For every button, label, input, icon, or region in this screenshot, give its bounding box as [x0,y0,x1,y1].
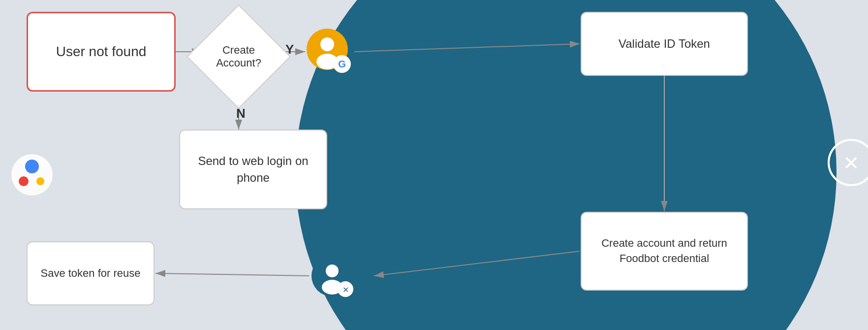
no-label: N [236,106,246,121]
svg-point-18 [326,264,339,277]
diagram-container: User not found CreateAccount? Y N G Send… [0,0,868,330]
create-account-diamond [186,4,291,109]
create-account-diamond-container: CreateAccount? [192,10,285,103]
svg-text:✕: ✕ [342,286,349,294]
fork-knife-circle-icon: ✕ [827,138,868,187]
svg-line-3 [354,44,580,52]
validate-id-box: Validate ID Token [581,12,748,76]
svg-text:G: G [338,59,346,69]
save-token-label: Save token for reuse [40,266,140,281]
google-account-icon: G [305,27,354,76]
save-token-box: Save token for reuse [27,241,155,305]
create-account-return-label: Create account and return Foodbot creden… [582,236,747,266]
user-not-found-box: User not found [27,12,176,92]
svg-point-9 [320,37,334,51]
google-assistant-icon [10,153,54,197]
svg-text:✕: ✕ [843,152,860,174]
send-to-web-label: Send to web login on phone [180,153,326,186]
svg-line-7 [155,273,309,276]
validate-id-label: Validate ID Token [619,35,710,52]
svg-point-15 [19,176,29,186]
send-to-web-box: Send to web login on phone [179,130,327,209]
svg-point-16 [36,177,44,185]
user-not-found-label: User not found [56,42,147,61]
yes-label: Y [285,42,294,57]
create-account-return-box: Create account and return Foodbot creden… [581,212,748,291]
foodbot-user-icon: ✕ [310,254,359,303]
svg-point-14 [25,160,39,173]
svg-line-6 [374,251,580,276]
